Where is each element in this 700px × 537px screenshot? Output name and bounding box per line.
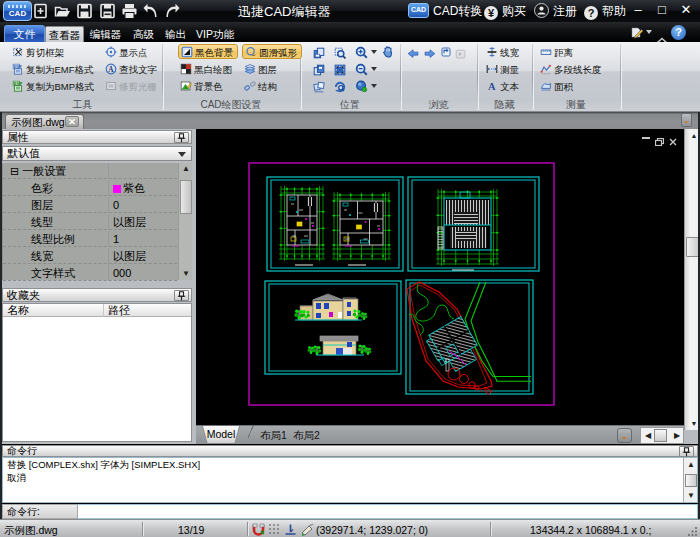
svg-text:A: A (108, 66, 114, 74)
svg-text:A: A (488, 81, 496, 92)
